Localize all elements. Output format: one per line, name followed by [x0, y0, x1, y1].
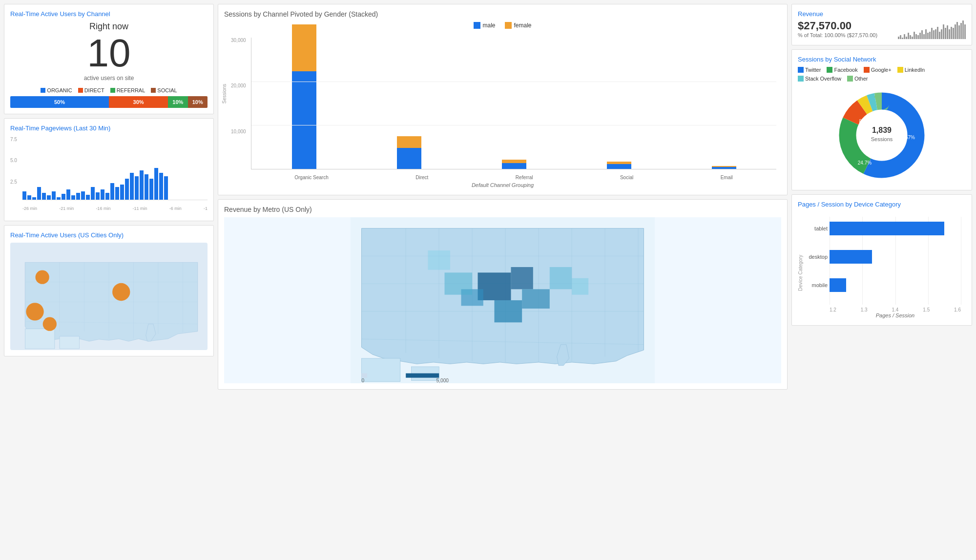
direct-dot [78, 88, 83, 93]
metro-card: Revenue by Metro (US Only) [218, 199, 788, 390]
direct-bar-group [397, 136, 421, 169]
linkedin-legend: LinkedIn [897, 67, 925, 73]
sparkline-bar [962, 21, 964, 39]
metro-light-3 [572, 278, 588, 295]
referral-male-bar [502, 163, 526, 169]
referral-dot [110, 88, 115, 93]
right-now-label: Right now [10, 21, 208, 32]
legend-organic: ORGANIC [41, 87, 72, 93]
pageviews-bars [22, 137, 208, 200]
device-pages-card: Pages / Session by Device Category Devic… [791, 194, 972, 326]
device-chart: Device Category tablet desktop [798, 212, 966, 319]
pageview-bar [115, 187, 119, 200]
email-bar-group [712, 166, 736, 169]
sparkline-bar [953, 28, 954, 39]
linkedin-dot [897, 67, 903, 73]
sparkline-bar [947, 25, 948, 39]
x-axis-labels: -26 min -21 min -16 min -11 min -6 min -… [10, 206, 208, 211]
city-dot-4 [43, 317, 57, 331]
sessions-x-labels: Organic Search Direct Referral Social Em… [251, 175, 776, 180]
metro-alaska [362, 358, 400, 382]
legend-social: SOCIAL [151, 87, 177, 93]
facebook-dot [827, 67, 832, 73]
us-cities-map [10, 243, 208, 350]
pageview-bar [52, 191, 56, 200]
pageview-bar [47, 195, 51, 200]
revenue-card: Revenue $27,570.00 % of Total: 100.00% (… [791, 4, 972, 45]
direct-label: DIRECT [84, 87, 104, 93]
active-users-label: active users on site [10, 75, 208, 82]
donut-total-text: 1,839 [872, 126, 892, 134]
sparkline-bar [955, 24, 956, 39]
device-x-labels: 1.2 1.3 1.4 1.5 1.6 [830, 307, 961, 312]
y-axis-labels: 7.5 5.0 2.5 [10, 137, 17, 205]
social-title: Sessions by Social Network [798, 56, 966, 63]
email-male-bar [712, 167, 736, 169]
pageview-bar [105, 193, 109, 200]
pageview-bar [145, 174, 148, 200]
pageview-bar [110, 183, 114, 200]
referral-segment: 10% [168, 96, 187, 108]
pageview-bar [27, 195, 31, 200]
metro-mid-2 [522, 289, 550, 309]
mobile-bar [830, 278, 846, 292]
pageview-bar [135, 176, 139, 200]
sparkline-bar [902, 38, 903, 39]
metro-light-4 [428, 250, 450, 270]
grid-line-2 [251, 82, 776, 82]
city-dot-3 [26, 303, 43, 320]
sparkline-bar [925, 29, 927, 39]
direct-male-bar [397, 148, 421, 169]
other-dot [847, 76, 853, 82]
pageview-bar [130, 173, 134, 200]
device-y-title: Device Category [798, 255, 803, 291]
sparkline-bar [921, 30, 923, 39]
sessions-y-labels: 30,000 20,000 10,000 [231, 38, 246, 174]
pageview-bar [120, 185, 124, 200]
metro-light-2 [550, 267, 572, 289]
sparkline-bar [904, 34, 905, 39]
pageview-bar [37, 187, 41, 200]
donut-label-text: Sessions [871, 136, 893, 142]
sparkline-bar [910, 35, 911, 39]
googleplus-legend: Google+ [864, 67, 892, 73]
direct-female-bar [397, 136, 421, 148]
metro-dark-2 [511, 267, 533, 289]
desktop-bar [830, 250, 872, 264]
direct-segment: 30% [109, 96, 168, 108]
x-axis-title: Default Channel Grouping [224, 182, 781, 188]
pageview-bar [101, 189, 104, 200]
sparkline-bar [941, 29, 942, 39]
female-legend-label: female [514, 22, 531, 29]
metro-map: 0 5,000 [224, 217, 781, 383]
facebook-legend: Facebook [827, 67, 857, 73]
sessions-title: Sessions by Channel Pivoted by Gender (S… [224, 10, 781, 18]
sparkline-bar [912, 37, 913, 39]
pageview-bar [159, 173, 163, 200]
revenue-row: $27,570.00 % of Total: 100.00% ($27,570.… [798, 20, 966, 39]
stackoverflow-label: Stack Overflow [805, 76, 841, 82]
grid-line-1 [251, 125, 776, 125]
pageview-bar [125, 179, 129, 200]
referral-female-bar [502, 160, 526, 163]
facebook-pct-label: 24.7% [858, 160, 872, 166]
pageview-bar [66, 189, 70, 200]
city-dot-2 [112, 283, 130, 301]
pageview-bar [62, 194, 65, 200]
sessions-bars [251, 38, 776, 169]
sparkline-bar [935, 29, 936, 39]
donut-svg: 1,839 Sessions 57% 24.7% 8.4% [833, 86, 931, 184]
scale-max-label: 5,000 [436, 378, 449, 383]
twitter-label: Twitter [805, 67, 821, 73]
cities-title: Real-Time Active Users (US Cities Only) [10, 231, 208, 239]
y-axis-title: Sessions [222, 84, 227, 104]
referral-label: REFERRAL [117, 87, 145, 93]
sparkline-bar [919, 33, 921, 39]
organic-male-bar [292, 71, 316, 169]
organic-female-bar [292, 24, 316, 71]
male-legend-square [474, 22, 480, 29]
y-label-25: 2.5 [10, 179, 17, 185]
pageview-bar [32, 197, 36, 200]
metro-map-svg: 0 5,000 [224, 217, 781, 383]
revenue-info: $27,570.00 % of Total: 100.00% ($27,570.… [798, 20, 877, 38]
